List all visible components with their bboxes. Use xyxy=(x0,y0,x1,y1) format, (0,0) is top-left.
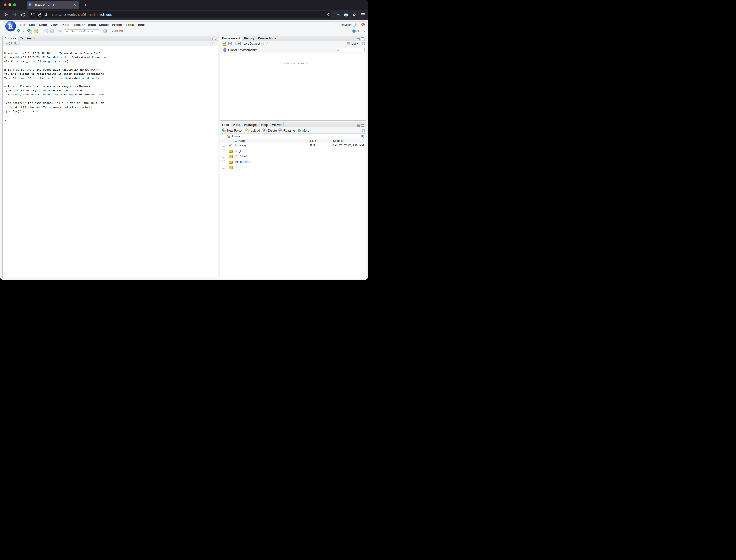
svg-text:R: R xyxy=(30,31,31,33)
svg-text:R: R xyxy=(8,23,13,30)
svg-text:R: R xyxy=(29,4,31,6)
svg-text:R: R xyxy=(353,30,355,32)
svg-text:R: R xyxy=(362,135,364,137)
